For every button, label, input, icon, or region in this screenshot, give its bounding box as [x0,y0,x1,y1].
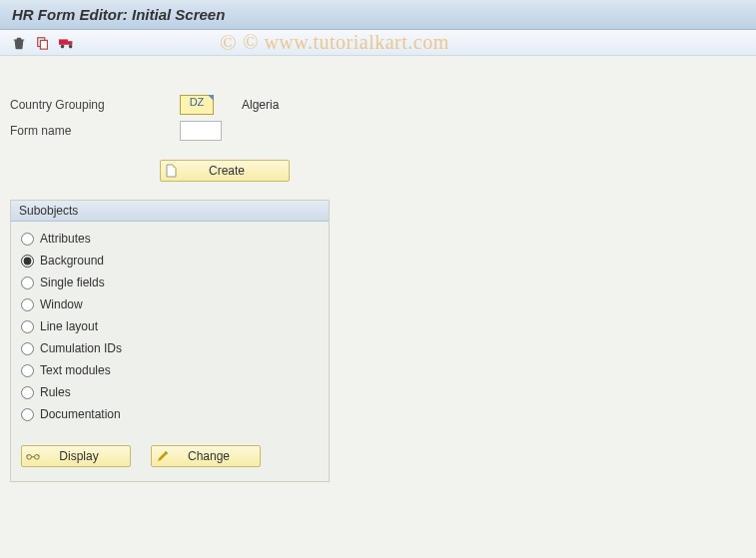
svg-point-4 [61,44,65,48]
subobject-radio-attributes[interactable]: Attributes [21,228,319,250]
subobject-radio-input[interactable] [21,408,34,421]
country-grouping-input[interactable]: DZ [180,95,214,115]
create-button-label: Create [175,164,279,178]
subobject-radio-label: Attributes [40,232,91,246]
subobject-radio-documentation[interactable]: Documentation [21,403,319,425]
form-name-label: Form name [10,124,180,138]
subobject-radio-input[interactable] [21,320,34,333]
truck-icon[interactable] [58,34,76,52]
subobject-radio-text-modules[interactable]: Text modules [21,359,319,381]
page-title-text: HR Form Editor: Initial Screen [12,6,225,23]
content-area: Country Grouping DZ Algeria Form name Cr… [0,56,756,492]
svg-rect-1 [40,40,47,49]
subobject-radio-label: Line layout [40,319,98,333]
subobject-radio-label: Text modules [40,363,111,377]
subobject-radio-input[interactable] [21,386,34,399]
subobject-radio-rules[interactable]: Rules [21,381,319,403]
subobject-radio-label: Documentation [40,407,121,421]
toolbar [0,30,756,56]
subobject-radio-label: Rules [40,385,71,399]
subobject-radio-input[interactable] [21,342,34,355]
country-grouping-label: Country Grouping [10,98,180,112]
subobject-radio-input[interactable] [21,255,34,268]
display-button-label: Display [38,449,120,463]
row-country-grouping: Country Grouping DZ Algeria [10,94,746,116]
display-button[interactable]: Display [21,445,131,467]
change-button[interactable]: Change [151,445,261,467]
subobject-radio-input[interactable] [21,233,34,246]
subobject-radio-input[interactable] [21,298,34,311]
subobject-radio-label: Single fields [40,276,105,289]
subobject-radio-label: Cumulation IDs [40,341,122,355]
svg-point-5 [69,44,73,48]
subobject-radio-input[interactable] [21,364,34,377]
subobjects-radio-list: AttributesBackgroundSingle fieldsWindowL… [11,222,329,427]
subobject-radio-label: Window [40,297,83,311]
row-form-name: Form name [10,120,746,142]
trash-icon[interactable] [10,34,28,52]
country-grouping-desc: Algeria [242,98,279,112]
action-row: Display Change [21,445,329,467]
subobjects-group: Subobjects AttributesBackgroundSingle fi… [10,200,330,482]
svg-rect-3 [68,41,73,45]
subobject-radio-label: Background [40,254,104,268]
subobject-radio-line-layout[interactable]: Line layout [21,315,319,337]
subobject-radio-background[interactable]: Background [21,250,319,272]
subobject-radio-window[interactable]: Window [21,293,319,315]
svg-rect-2 [59,39,68,44]
change-button-label: Change [168,449,250,463]
create-button[interactable]: Create [160,160,290,182]
subobject-radio-input[interactable] [21,277,34,289]
subobject-radio-single-fields[interactable]: Single fields [21,272,319,293]
copy-icon[interactable] [34,34,52,52]
subobject-radio-cumulation-ids[interactable]: Cumulation IDs [21,337,319,359]
page-title: HR Form Editor: Initial Screen [0,0,756,30]
form-name-input[interactable] [180,121,222,141]
row-create: Create [160,160,746,182]
subobjects-header: Subobjects [11,201,329,222]
